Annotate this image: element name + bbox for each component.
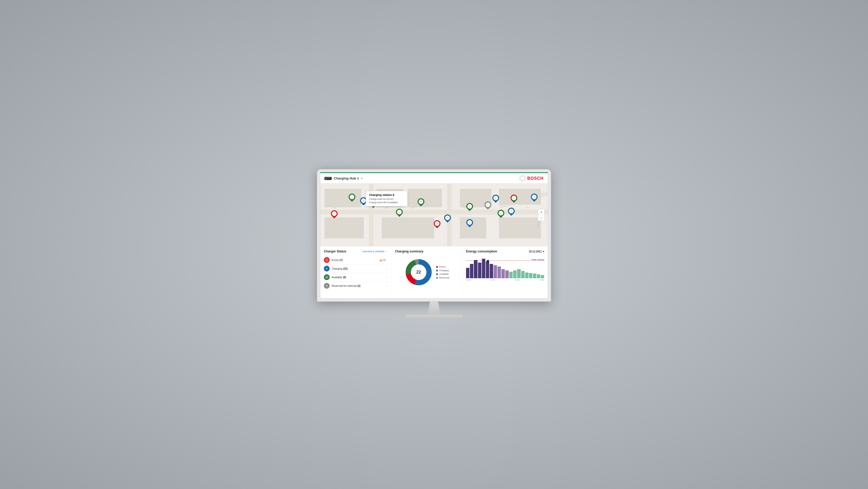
legend-charging: Charging [436,269,450,272]
x-label-1800: 18:00 [515,279,520,281]
chart-bar-19 [541,275,544,278]
bell-count: (2) [383,259,385,261]
x-label-2400: 24:00 [539,279,544,281]
chart-bar-2 [474,260,477,278]
legend-dot-reserved [436,277,438,279]
station-pin-7[interactable]: ⚡ [396,209,403,218]
charging-count: (22) [343,267,347,270]
station-pin-14[interactable]: ⚡ [508,208,515,217]
svg-text:1300: 1300 [333,207,337,209]
charging-summary-panel: Charging summary [391,247,462,294]
donut-container: 22 7 3 2 Errors [395,256,459,289]
charging-chevron: › [386,267,388,270]
peak-marker: ▼ [486,259,490,264]
available-count: (9) [343,276,346,279]
station-pin-8[interactable]: ⚡ [466,203,473,212]
energy-date[interactable]: 18.12.2021 ▾ [529,250,544,253]
bosch-text: BOSCH [527,176,544,181]
station-pin-9[interactable]: ⚡ [492,195,499,203]
energy-panel: Energy consumption 18.12.2021 ▾ Peak sha… [462,247,548,294]
svg-text:1400: 1400 [384,207,389,209]
segment-label-reserved: 3 [428,282,429,285]
legend-label-available: Available [439,273,448,276]
chart-bar-7 [494,265,497,278]
chart-bar-9 [501,269,505,278]
monitor-base [405,315,463,320]
top-bar: Charging Hub 1 ▾ BOSCH [320,173,548,184]
station-pin-10[interactable]: ⚡ [510,195,518,203]
svg-point-35 [326,285,328,286]
svg-rect-1 [325,177,327,179]
map-section[interactable]: 1300 1400 1500 1600 1700 Allee Platz Cha… [320,184,548,246]
available-label: Available (9) [332,276,385,279]
hub-dropdown[interactable]: ▾ [361,177,363,180]
svg-rect-23 [499,218,541,238]
legend-label-charging: Charging [439,269,449,272]
svg-point-32 [327,261,327,261]
svg-rect-21 [382,218,434,238]
status-row-available[interactable]: Available (9) › [324,273,388,282]
svg-text:1500: 1500 [410,207,415,209]
hub-title: Charging Hub 1 [334,176,359,180]
charging-summary-header: Charging summary [395,250,459,253]
svg-point-5 [521,177,524,180]
svg-rect-15 [324,189,361,207]
bosch-icon [519,175,526,181]
legend-available: Available [436,273,450,276]
svg-marker-33 [326,267,328,270]
station-pin-4[interactable]: ⚡ [417,198,425,207]
tooltip-line1: Charge point 6A (Error) [369,198,404,201]
zoom-out-button[interactable]: − [538,215,545,221]
legend-dot-available [436,273,438,275]
status-row-errors[interactable]: Errors (7) 🔔 (2) › [324,256,388,264]
monitor: Charging Hub 1 ▾ BOSCH [317,169,551,302]
chart-bar-15 [525,272,528,278]
energy-header: Energy consumption 18.12.2021 ▾ [466,250,544,253]
charging-icon [324,266,330,271]
charger-status-title: Charger Status [324,250,346,253]
chart-bar-8 [498,266,501,278]
chart-bar-13 [517,269,521,278]
segment-label-errors: 7 [426,260,427,263]
overview-schedule-link[interactable]: Overview & schedule → [363,250,388,253]
chart-bar-14 [521,271,525,278]
station-pin-13[interactable]: ⚡ [497,210,504,219]
reserved-label: Reserved for external (2) [332,285,385,287]
tooltip-line2: Charge point 6B (Available) [369,201,404,204]
svg-rect-17 [408,189,442,207]
status-row-reserved[interactable]: Reserved for external (2) › [324,282,388,290]
station-pin-12[interactable]: ⚡ [484,201,492,210]
station-tooltip: Charging station 6 Charge point 6A (Erro… [366,191,407,206]
chart-bar-5 [486,261,489,278]
station-pin-16[interactable]: ⚡ [466,219,473,228]
legend-dot-errors [436,266,438,268]
chart-bar-10 [505,270,509,278]
svg-rect-3 [329,177,330,178]
legend-reserved: Reserved [436,277,450,279]
svg-point-4 [520,176,525,181]
svg-text:1700: 1700 [525,207,529,209]
errors-icon [324,257,330,263]
station-pin-1[interactable]: ⚡ [348,194,355,202]
chart-bar-4 [482,259,485,278]
reserved-icon [324,283,330,289]
status-row-charging[interactable]: Charging (22) › [324,264,388,273]
legend-label-errors: Errors [439,265,446,268]
available-icon [324,274,330,280]
chart-bar-1 [470,264,473,278]
station-pin-11[interactable]: ⚡ [531,194,538,202]
chart-bar-18 [537,274,540,278]
station-pin-6[interactable]: ⚡ [444,214,451,223]
station-pin-17[interactable]: ⚡ [433,220,441,229]
chart-bar-12 [513,270,517,278]
chart-bar-17 [533,274,536,278]
map-controls: + − [538,209,545,221]
station-pin-15[interactable]: ⚡ [331,210,338,219]
x-label-1200: 12:00 [491,279,495,281]
chart-bar-3 [478,263,482,278]
reserved-count: (2) [357,285,360,287]
available-chevron: › [386,276,388,279]
legend-errors: Errors [436,265,450,268]
zoom-in-button[interactable]: + [538,209,545,215]
energy-date-dropdown[interactable]: ▾ [543,250,544,253]
